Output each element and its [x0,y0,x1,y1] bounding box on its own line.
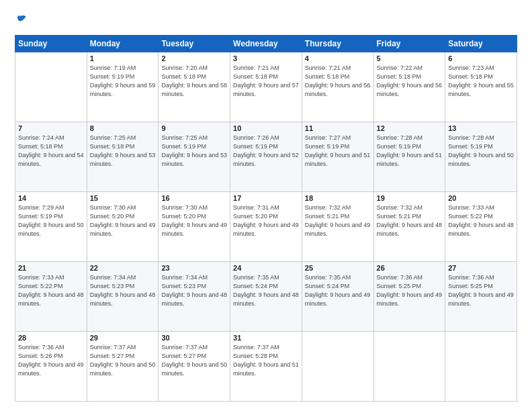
day-info: Sunrise: 7:37 AM Sunset: 5:27 PM Dayligh… [161,343,227,378]
calendar-cell: 26Sunrise: 7:36 AM Sunset: 5:25 PM Dayli… [373,262,445,332]
day-info: Sunrise: 7:23 AM Sunset: 5:18 PM Dayligh… [448,64,514,99]
day-info: Sunrise: 7:35 AM Sunset: 5:24 PM Dayligh… [233,273,299,308]
day-number: 9 [161,124,227,132]
calendar-cell: 29Sunrise: 7:37 AM Sunset: 5:27 PM Dayli… [87,332,159,402]
calendar-cell: 21Sunrise: 7:33 AM Sunset: 5:22 PM Dayli… [15,262,87,332]
calendar-week-row: 28Sunrise: 7:36 AM Sunset: 5:26 PM Dayli… [15,332,517,402]
calendar-cell: 31Sunrise: 7:37 AM Sunset: 5:28 PM Dayli… [230,332,302,402]
day-info: Sunrise: 7:25 AM Sunset: 5:18 PM Dayligh… [90,134,156,169]
day-number: 13 [448,124,514,132]
day-info: Sunrise: 7:21 AM Sunset: 5:18 PM Dayligh… [305,64,371,99]
col-header-tuesday: Tuesday [159,36,230,52]
day-info: Sunrise: 7:20 AM Sunset: 5:18 PM Dayligh… [161,64,227,99]
calendar-cell: 30Sunrise: 7:37 AM Sunset: 5:27 PM Dayli… [159,332,230,402]
day-info: Sunrise: 7:34 AM Sunset: 5:23 PM Dayligh… [90,273,156,308]
day-number: 29 [90,334,156,342]
col-header-sunday: Sunday [15,36,87,52]
calendar-page: SundayMondayTuesdayWednesdayThursdayFrid… [0,0,532,411]
day-info: Sunrise: 7:32 AM Sunset: 5:21 PM Dayligh… [305,203,371,238]
day-number: 1 [90,54,156,62]
calendar-week-row: 21Sunrise: 7:33 AM Sunset: 5:22 PM Dayli… [15,262,517,332]
day-info: Sunrise: 7:31 AM Sunset: 5:20 PM Dayligh… [233,203,299,238]
day-info: Sunrise: 7:22 AM Sunset: 5:18 PM Dayligh… [377,64,443,99]
day-number: 11 [305,124,371,132]
day-number: 17 [233,194,299,202]
day-info: Sunrise: 7:37 AM Sunset: 5:27 PM Dayligh… [90,343,156,378]
day-number: 6 [448,54,514,62]
calendar-table: SundayMondayTuesdayWednesdayThursdayFrid… [15,35,517,402]
calendar-cell: 22Sunrise: 7:34 AM Sunset: 5:23 PM Dayli… [87,262,159,332]
day-number: 20 [448,194,514,202]
calendar-cell: 7Sunrise: 7:24 AM Sunset: 5:18 PM Daylig… [15,122,87,192]
calendar-week-row: 7Sunrise: 7:24 AM Sunset: 5:18 PM Daylig… [15,122,517,192]
day-number: 14 [18,194,84,202]
day-info: Sunrise: 7:21 AM Sunset: 5:18 PM Dayligh… [233,64,299,99]
logo [15,12,30,28]
day-info: Sunrise: 7:33 AM Sunset: 5:22 PM Dayligh… [18,273,84,308]
day-info: Sunrise: 7:30 AM Sunset: 5:20 PM Dayligh… [161,203,227,238]
day-number: 8 [90,124,156,132]
col-header-monday: Monday [87,36,159,52]
day-number: 7 [18,124,84,132]
day-info: Sunrise: 7:36 AM Sunset: 5:26 PM Dayligh… [18,343,84,378]
calendar-cell: 15Sunrise: 7:30 AM Sunset: 5:20 PM Dayli… [87,192,159,262]
day-number: 27 [448,264,514,272]
calendar-week-row: 14Sunrise: 7:29 AM Sunset: 5:19 PM Dayli… [15,192,517,262]
calendar-cell: 16Sunrise: 7:30 AM Sunset: 5:20 PM Dayli… [159,192,230,262]
day-number: 5 [377,54,443,62]
day-number: 26 [377,264,443,272]
day-number: 23 [161,264,227,272]
day-info: Sunrise: 7:24 AM Sunset: 5:18 PM Dayligh… [18,134,84,169]
calendar-cell: 6Sunrise: 7:23 AM Sunset: 5:18 PM Daylig… [445,52,517,122]
day-info: Sunrise: 7:34 AM Sunset: 5:23 PM Dayligh… [161,273,227,308]
day-number: 24 [233,264,299,272]
day-number: 31 [233,334,299,342]
day-info: Sunrise: 7:29 AM Sunset: 5:19 PM Dayligh… [18,203,84,238]
col-header-friday: Friday [373,36,445,52]
calendar-cell: 4Sunrise: 7:21 AM Sunset: 5:18 PM Daylig… [302,52,373,122]
calendar-cell: 20Sunrise: 7:33 AM Sunset: 5:22 PM Dayli… [445,192,517,262]
calendar-cell [445,332,517,402]
calendar-cell: 28Sunrise: 7:36 AM Sunset: 5:26 PM Dayli… [15,332,87,402]
day-number: 2 [161,54,227,62]
day-number: 16 [161,194,227,202]
day-number: 3 [233,54,299,62]
calendar-cell: 2Sunrise: 7:20 AM Sunset: 5:18 PM Daylig… [159,52,230,122]
day-info: Sunrise: 7:35 AM Sunset: 5:24 PM Dayligh… [305,273,371,308]
calendar-cell: 9Sunrise: 7:25 AM Sunset: 5:19 PM Daylig… [159,122,230,192]
day-number: 12 [377,124,443,132]
calendar-cell: 18Sunrise: 7:32 AM Sunset: 5:21 PM Dayli… [302,192,373,262]
calendar-cell: 1Sunrise: 7:19 AM Sunset: 5:19 PM Daylig… [87,52,159,122]
col-header-thursday: Thursday [302,36,373,52]
calendar-cell: 14Sunrise: 7:29 AM Sunset: 5:19 PM Dayli… [15,192,87,262]
calendar-cell: 8Sunrise: 7:25 AM Sunset: 5:18 PM Daylig… [87,122,159,192]
day-info: Sunrise: 7:28 AM Sunset: 5:19 PM Dayligh… [448,134,514,169]
calendar-cell: 11Sunrise: 7:27 AM Sunset: 5:19 PM Dayli… [302,122,373,192]
day-info: Sunrise: 7:27 AM Sunset: 5:19 PM Dayligh… [305,134,371,169]
calendar-cell: 3Sunrise: 7:21 AM Sunset: 5:18 PM Daylig… [230,52,302,122]
col-header-wednesday: Wednesday [230,36,302,52]
calendar-cell: 10Sunrise: 7:26 AM Sunset: 5:19 PM Dayli… [230,122,302,192]
calendar-cell: 5Sunrise: 7:22 AM Sunset: 5:18 PM Daylig… [373,52,445,122]
calendar-cell [302,332,373,402]
day-info: Sunrise: 7:32 AM Sunset: 5:21 PM Dayligh… [377,203,443,238]
day-number: 10 [233,124,299,132]
calendar-week-row: 1Sunrise: 7:19 AM Sunset: 5:19 PM Daylig… [15,52,517,122]
calendar-cell: 25Sunrise: 7:35 AM Sunset: 5:24 PM Dayli… [302,262,373,332]
page-header [15,12,517,28]
day-info: Sunrise: 7:19 AM Sunset: 5:19 PM Dayligh… [90,64,156,99]
logo-bird-icon [15,12,28,26]
day-number: 21 [18,264,84,272]
day-info: Sunrise: 7:28 AM Sunset: 5:19 PM Dayligh… [377,134,443,169]
calendar-cell: 17Sunrise: 7:31 AM Sunset: 5:20 PM Dayli… [230,192,302,262]
day-number: 18 [305,194,371,202]
day-number: 30 [161,334,227,342]
day-info: Sunrise: 7:36 AM Sunset: 5:25 PM Dayligh… [448,273,514,308]
calendar-cell: 23Sunrise: 7:34 AM Sunset: 5:23 PM Dayli… [159,262,230,332]
day-info: Sunrise: 7:37 AM Sunset: 5:28 PM Dayligh… [233,343,299,378]
calendar-header-row: SundayMondayTuesdayWednesdayThursdayFrid… [15,36,517,52]
calendar-cell: 19Sunrise: 7:32 AM Sunset: 5:21 PM Dayli… [373,192,445,262]
day-number: 19 [377,194,443,202]
day-info: Sunrise: 7:36 AM Sunset: 5:25 PM Dayligh… [377,273,443,308]
calendar-cell [15,52,87,122]
